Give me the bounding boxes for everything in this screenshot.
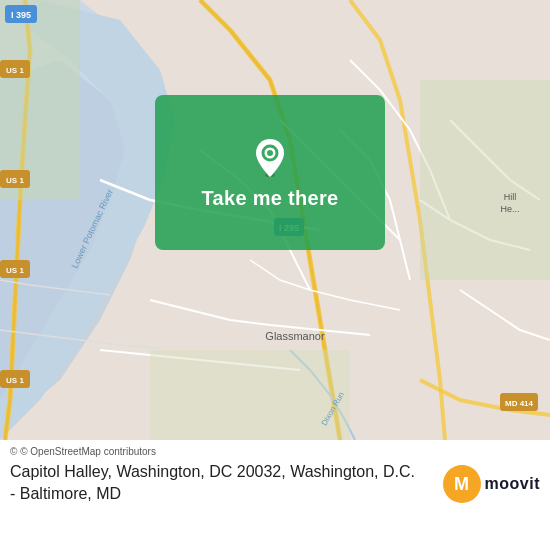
- take-me-there-button[interactable]: Take me there: [155, 95, 385, 250]
- svg-text:US 1: US 1: [6, 66, 24, 75]
- svg-text:Glassmanor: Glassmanor: [265, 330, 325, 342]
- moovit-icon: M: [443, 465, 481, 503]
- svg-text:US 1: US 1: [6, 176, 24, 185]
- map-view: I 295 I 395 US 1 US 1 US 1 US 1 MD 414 H…: [0, 0, 550, 440]
- map-attribution: © © OpenStreetMap contributors: [10, 446, 540, 457]
- moovit-brand-name: moovit: [485, 475, 540, 493]
- svg-rect-2: [420, 80, 550, 280]
- svg-rect-3: [150, 350, 350, 440]
- location-description: Capitol Halley, Washington, DC 20032, Wa…: [10, 461, 420, 504]
- svg-text:I 395: I 395: [11, 10, 31, 20]
- svg-text:MD 414: MD 414: [505, 399, 534, 408]
- location-pin-icon: [248, 135, 292, 179]
- svg-text:He...: He...: [500, 204, 519, 214]
- bottom-info-bar: © © OpenStreetMap contributors Capitol H…: [0, 440, 550, 550]
- svg-text:US 1: US 1: [6, 266, 24, 275]
- svg-text:US 1: US 1: [6, 376, 24, 385]
- attribution-text: © OpenStreetMap contributors: [20, 446, 156, 457]
- moovit-icon-letter: M: [454, 474, 469, 495]
- copyright-symbol: ©: [10, 446, 17, 457]
- moovit-logo: M moovit: [443, 465, 540, 503]
- svg-text:Hill: Hill: [504, 192, 517, 202]
- svg-point-25: [267, 150, 273, 156]
- take-me-there-label: Take me there: [202, 187, 339, 210]
- location-info-row: Capitol Halley, Washington, DC 20032, Wa…: [10, 461, 540, 546]
